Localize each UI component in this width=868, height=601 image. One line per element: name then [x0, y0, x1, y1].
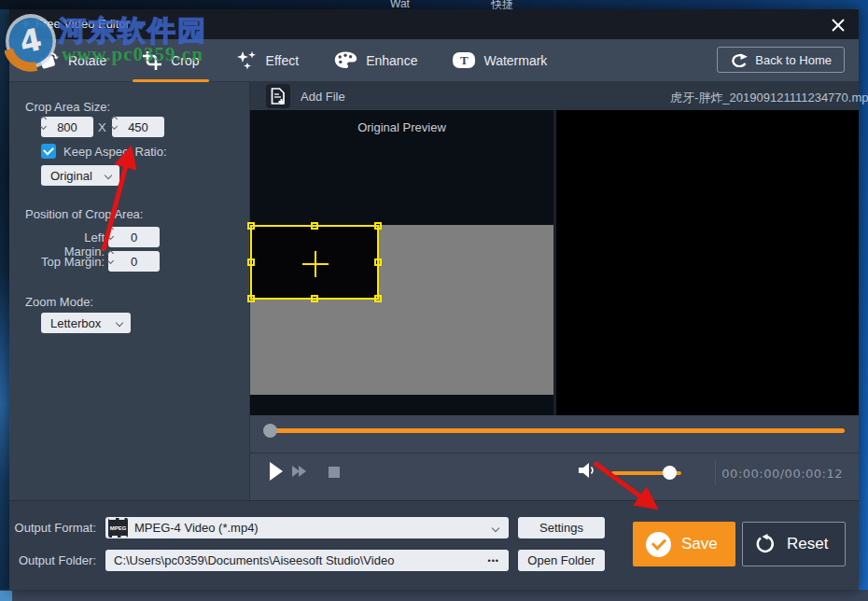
crop-handle[interactable]	[311, 222, 318, 230]
desktop-edge-left	[0, 9, 9, 590]
back-to-home-button[interactable]: Back to Home	[717, 47, 845, 73]
check-icon	[43, 144, 54, 155]
enhance-palette-icon	[334, 51, 357, 69]
effect-stars-icon	[235, 50, 258, 71]
volume-icon[interactable]	[579, 462, 597, 482]
chevron-down-icon	[116, 319, 123, 327]
crop-width-stepper[interactable]: 800	[41, 117, 93, 137]
crop-handle[interactable]	[247, 295, 255, 302]
tab-enhance[interactable]: Enhance	[334, 39, 417, 82]
close-button[interactable]	[827, 14, 849, 36]
add-file-label: Add File	[301, 90, 345, 104]
open-folder-label: Open Folder	[527, 553, 595, 567]
output-folder-label: Output Folder:	[14, 553, 96, 567]
tab-label: Enhance	[366, 53, 417, 68]
crop-handle[interactable]	[247, 222, 255, 230]
vertical-divider	[715, 459, 716, 485]
watermark-t-icon: T	[453, 52, 475, 68]
browse-button[interactable]: •••	[488, 556, 499, 566]
crop-handle[interactable]	[311, 295, 318, 302]
save-button[interactable]: Save	[633, 522, 735, 566]
crop-handle[interactable]	[247, 259, 255, 266]
time-display: 00:00:00/00:00:12	[721, 467, 843, 481]
close-icon	[832, 19, 845, 32]
original-preview-label: Original Preview	[250, 120, 553, 134]
output-panel: Output Format: MPEG MPEG-4 Video (*.mp4)…	[9, 500, 859, 590]
crop-height-value: 450	[112, 120, 164, 134]
stop-button[interactable]	[329, 467, 340, 478]
crop-settings-sidebar: Crop Area Size: 800 X 450 Keep Aspect Ra…	[9, 82, 250, 500]
add-file-button[interactable]	[266, 84, 290, 108]
tab-label: Watermark	[483, 53, 547, 68]
crop-selection-rect[interactable]	[250, 225, 379, 300]
left-margin-value: 0	[108, 231, 160, 245]
tab-label: Rotate	[68, 53, 106, 68]
crop-handle[interactable]	[374, 295, 382, 302]
zoom-mode-dropdown[interactable]: Letterbox	[41, 313, 131, 333]
reset-icon	[756, 534, 777, 554]
top-margin-value: 0	[108, 255, 160, 269]
desktop-corner-patch	[0, 591, 12, 601]
output-video-frame	[556, 110, 859, 415]
crop-area-size-label: Crop Area Size:	[25, 100, 110, 114]
keep-aspect-checkbox[interactable]	[41, 144, 56, 159]
add-file-icon	[271, 88, 286, 105]
controls-divider	[250, 453, 859, 454]
save-check-icon	[646, 532, 671, 557]
crop-center-cross	[302, 263, 329, 265]
top-margin-stepper[interactable]: 0	[108, 251, 160, 272]
rotate-icon	[37, 50, 60, 71]
title-bar: Free Video Editor	[9, 9, 859, 39]
back-to-home-label: Back to Home	[755, 53, 832, 67]
window-title: Free Video Editor	[35, 17, 130, 31]
preview-region: Add File 虎牙-胖炸_201909121111234770.mp4 Or…	[250, 82, 859, 500]
fast-forward-button[interactable]	[292, 466, 305, 477]
top-margin-label: Top Margin:	[41, 255, 105, 269]
crop-height-stepper[interactable]: 450	[112, 117, 164, 137]
loaded-filename: 虎牙-胖炸_201909121111234770.mp4	[670, 90, 868, 106]
original-video-frame	[250, 225, 553, 395]
chevron-down-icon	[105, 172, 112, 179]
tab-label: Crop	[171, 53, 199, 68]
position-label: Position of Crop Area:	[25, 207, 143, 221]
tab-label: Effect	[266, 53, 300, 68]
desktop-edge-bottom	[0, 590, 868, 601]
reset-label: Reset	[787, 535, 828, 553]
open-folder-button[interactable]: Open Folder	[518, 550, 605, 571]
reset-button[interactable]: Reset	[742, 522, 846, 566]
chevron-down-icon	[492, 524, 499, 531]
settings-button[interactable]: Settings	[518, 517, 605, 538]
aspect-ratio-value: Original	[50, 169, 92, 183]
output-folder-value: C:\Users\pc0359\Documents\Aiseesoft Stud…	[114, 553, 394, 567]
title-star-icon	[21, 19, 31, 29]
output-folder-field[interactable]: C:\Users\pc0359\Documents\Aiseesoft Stud…	[105, 550, 509, 571]
output-format-value: MPEG-4 Video (*.mp4)	[134, 521, 259, 535]
volume-handle[interactable]	[663, 466, 677, 480]
play-button[interactable]	[270, 462, 283, 481]
back-arrow-icon	[730, 53, 748, 67]
crop-width-value: 800	[41, 120, 93, 134]
save-label: Save	[681, 535, 718, 553]
crop-icon	[142, 50, 162, 71]
screenshot-root: Wat 快捷 Free Video Editor	[0, 0, 868, 601]
keep-aspect-label: Keep Aspect Ratio:	[63, 145, 167, 159]
tab-effect[interactable]: Effect	[235, 39, 300, 82]
left-margin-stepper[interactable]: 0	[108, 227, 160, 247]
output-format-label: Output Format:	[14, 521, 96, 535]
output-format-dropdown[interactable]: MPEG MPEG-4 Video (*.mp4)	[105, 517, 509, 538]
crop-handle[interactable]	[374, 259, 382, 266]
zoom-mode-label: Zoom Mode:	[25, 295, 93, 309]
preview-panels: Original Preview Output Preview	[250, 110, 859, 415]
tab-bar: Rotate Crop Effect	[9, 39, 859, 82]
free-video-editor-window: Free Video Editor Rotate	[9, 9, 859, 590]
zoom-mode-value: Letterbox	[50, 316, 101, 330]
file-bar: Add File 虎牙-胖炸_201909121111234770.mp4	[250, 82, 859, 110]
seek-bar[interactable]	[270, 428, 845, 433]
aspect-ratio-dropdown[interactable]: Original	[41, 165, 119, 186]
tab-crop[interactable]: Crop	[142, 39, 199, 82]
tab-rotate[interactable]: Rotate	[37, 39, 106, 82]
tab-watermark[interactable]: T Watermark	[453, 39, 547, 82]
dimension-times-label: X	[98, 120, 106, 134]
crop-handle[interactable]	[374, 222, 382, 230]
seek-handle[interactable]	[263, 424, 277, 438]
